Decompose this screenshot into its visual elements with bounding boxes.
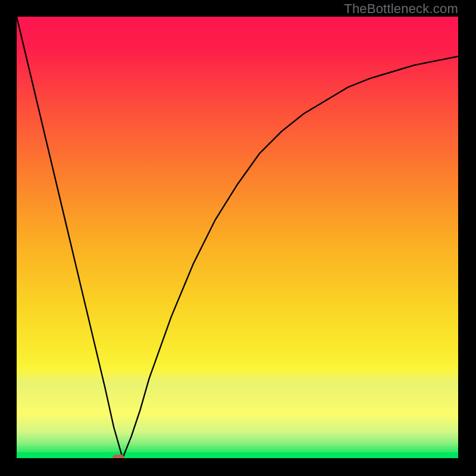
chart-outer-frame: TheBottleneck.com: [0, 0, 476, 476]
plot-area: [17, 17, 458, 458]
bottleneck-curve: [17, 17, 458, 458]
curve-minimum-marker: [112, 455, 124, 458]
watermark-text: TheBottleneck.com: [344, 1, 458, 17]
